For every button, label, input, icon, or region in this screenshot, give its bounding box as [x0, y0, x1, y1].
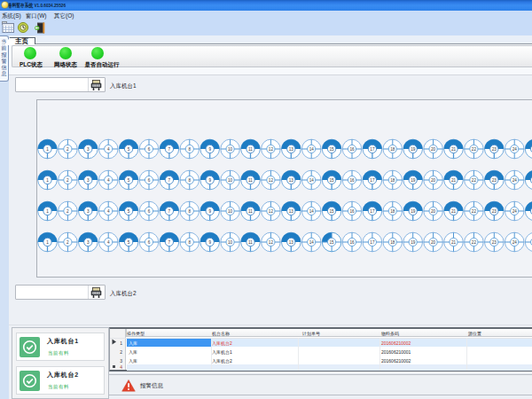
- svg-text:5: 5: [128, 178, 130, 183]
- svg-text:2: 2: [66, 178, 69, 183]
- svg-text:7: 7: [168, 209, 171, 214]
- svg-text:19: 19: [411, 209, 416, 214]
- svg-text:7: 7: [168, 240, 171, 245]
- svg-text:24: 24: [512, 178, 518, 183]
- svg-text:18: 18: [390, 240, 395, 245]
- svg-text:11: 11: [248, 209, 253, 214]
- svg-text:18: 18: [390, 178, 395, 183]
- svg-text:11: 11: [248, 240, 253, 245]
- svg-text:4: 4: [107, 209, 110, 214]
- svg-text:8: 8: [189, 240, 192, 245]
- svg-text:20: 20: [431, 209, 436, 214]
- svg-text:21: 21: [451, 178, 457, 183]
- svg-text:10: 10: [228, 178, 233, 183]
- svg-text:20: 20: [431, 178, 436, 183]
- svg-text:11: 11: [248, 178, 253, 183]
- svg-text:20: 20: [431, 240, 436, 245]
- svg-text:19: 19: [411, 178, 416, 183]
- svg-text:6: 6: [148, 240, 151, 245]
- svg-text:24: 24: [512, 147, 518, 152]
- svg-text:10: 10: [228, 240, 233, 245]
- svg-text:10: 10: [228, 147, 233, 152]
- svg-text:9: 9: [208, 209, 211, 214]
- svg-text:13: 13: [289, 240, 294, 245]
- svg-text:18: 18: [390, 147, 395, 152]
- svg-text:5: 5: [128, 147, 130, 152]
- svg-text:6: 6: [148, 147, 151, 152]
- svg-text:13: 13: [289, 147, 294, 152]
- svg-text:21: 21: [451, 209, 457, 214]
- svg-text:12: 12: [269, 209, 274, 214]
- svg-text:5: 5: [128, 209, 130, 214]
- svg-text:24: 24: [512, 209, 518, 214]
- svg-text:23: 23: [492, 240, 497, 245]
- svg-text:12: 12: [269, 240, 274, 245]
- svg-text:4: 4: [107, 240, 110, 245]
- svg-text:6: 6: [148, 178, 151, 183]
- svg-text:1: 1: [46, 178, 49, 183]
- svg-text:15: 15: [330, 147, 335, 152]
- svg-text:23: 23: [492, 147, 497, 152]
- svg-text:14: 14: [309, 240, 315, 245]
- svg-text:7: 7: [168, 178, 171, 183]
- svg-text:17: 17: [370, 147, 375, 152]
- svg-text:2: 2: [66, 240, 69, 245]
- svg-text:14: 14: [309, 178, 315, 183]
- svg-text:13: 13: [289, 178, 294, 183]
- svg-text:17: 17: [370, 240, 375, 245]
- svg-text:15: 15: [330, 178, 335, 183]
- svg-text:21: 21: [451, 147, 457, 152]
- svg-text:4: 4: [107, 178, 110, 183]
- svg-text:2: 2: [66, 147, 69, 152]
- svg-text:6: 6: [148, 209, 151, 214]
- svg-text:15: 15: [330, 209, 335, 214]
- svg-text:23: 23: [492, 209, 497, 214]
- svg-text:19: 19: [411, 240, 416, 245]
- svg-text:18: 18: [390, 209, 395, 214]
- svg-text:16: 16: [349, 178, 355, 183]
- svg-text:22: 22: [472, 178, 477, 183]
- svg-text:13: 13: [289, 209, 294, 214]
- svg-text:3: 3: [87, 178, 90, 183]
- svg-text:23: 23: [492, 178, 497, 183]
- svg-text:10: 10: [228, 209, 233, 214]
- svg-text:22: 22: [472, 209, 477, 214]
- svg-text:21: 21: [451, 240, 457, 245]
- svg-text:5: 5: [128, 240, 130, 245]
- svg-text:9: 9: [208, 147, 211, 152]
- svg-text:8: 8: [189, 147, 192, 152]
- svg-text:19: 19: [411, 147, 416, 152]
- svg-text:8: 8: [189, 178, 192, 183]
- svg-text:16: 16: [349, 240, 355, 245]
- svg-text:17: 17: [370, 209, 375, 214]
- svg-text:1: 1: [46, 209, 49, 214]
- svg-text:16: 16: [349, 209, 355, 214]
- svg-text:12: 12: [269, 147, 274, 152]
- svg-text:14: 14: [309, 147, 315, 152]
- svg-text:9: 9: [208, 240, 211, 245]
- svg-text:12: 12: [269, 178, 274, 183]
- svg-text:17: 17: [370, 178, 375, 183]
- svg-text:7: 7: [168, 147, 171, 152]
- svg-text:3: 3: [87, 240, 90, 245]
- svg-text:3: 3: [87, 209, 90, 214]
- svg-text:20: 20: [431, 147, 436, 152]
- svg-text:22: 22: [472, 147, 477, 152]
- svg-text:14: 14: [309, 209, 315, 214]
- svg-text:8: 8: [189, 209, 192, 214]
- svg-text:24: 24: [512, 240, 518, 245]
- svg-text:16: 16: [349, 147, 355, 152]
- svg-text:4: 4: [107, 147, 110, 152]
- svg-text:22: 22: [472, 240, 477, 245]
- svg-text:1: 1: [46, 240, 49, 245]
- svg-text:9: 9: [208, 178, 211, 183]
- svg-text:2: 2: [66, 209, 69, 214]
- svg-text:11: 11: [248, 147, 253, 152]
- svg-text:3: 3: [87, 147, 90, 152]
- svg-text:1: 1: [46, 147, 49, 152]
- svg-text:15: 15: [330, 240, 335, 245]
